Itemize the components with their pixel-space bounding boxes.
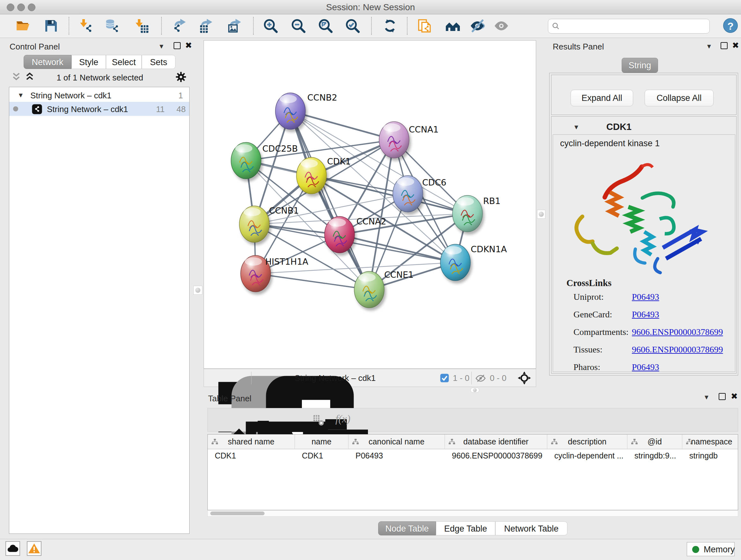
right-splitter-handle[interactable] <box>537 210 545 219</box>
crosslink-value-link[interactable]: P06493 <box>632 362 659 372</box>
column-header-description[interactable]: description <box>547 435 627 449</box>
table-panel-close-button[interactable]: ✖ <box>731 393 738 400</box>
network-node-CCNA1[interactable]: CCNA1 <box>379 122 439 158</box>
network-canvas[interactable]: CCNB2 CCNA1 CDC25B CDK1 CDC6 RB1 CCNB1 C… <box>204 40 536 369</box>
network-node-CDKN1A[interactable]: CDKN1A <box>441 244 507 281</box>
refresh-layout-button[interactable] <box>382 18 398 34</box>
crosslink-value-link[interactable]: 9606.ENSP00000378699 <box>632 345 723 355</box>
table-cell[interactable]: CDK1 <box>208 449 295 461</box>
crosslink-label: Tissues: <box>574 345 603 355</box>
network-options-gear-icon[interactable] <box>175 71 187 83</box>
tab-string[interactable]: String <box>622 58 658 73</box>
collection-expand-icon[interactable]: ▼ <box>17 91 24 99</box>
fit-content-icon[interactable] <box>517 371 531 385</box>
network-row[interactable]: String Network – cdk1 11 48 <box>9 102 189 116</box>
clone-network-button[interactable] <box>417 18 432 34</box>
import-network-from-database-button[interactable] <box>105 18 120 34</box>
open-session-button[interactable] <box>15 18 30 34</box>
cloud-status-button[interactable] <box>5 541 20 556</box>
network-node-CCNB2[interactable]: CCNB2 <box>275 92 337 129</box>
network-edge[interactable] <box>340 235 455 262</box>
network-label: String Network – cdk1 <box>47 105 128 114</box>
table-cell[interactable]: stringdb <box>682 449 738 461</box>
network-node-CCNB1[interactable]: CCNB1 <box>239 206 299 242</box>
results-panel-close-button[interactable]: ✖ <box>732 42 739 49</box>
network-selected-status: 1 of 1 Network selected <box>38 73 162 83</box>
column-header-database-identifier[interactable]: database identifier <box>445 435 547 449</box>
zoom-in-button[interactable] <box>263 18 278 34</box>
crosslink-value-link[interactable]: 9606.ENSP00000378699 <box>632 327 723 337</box>
node-label: CDKN1A <box>471 244 507 254</box>
network-node-HIST1H1A[interactable]: HIST1H1A <box>241 255 309 292</box>
column-header-shared-name[interactable]: shared name <box>208 435 295 449</box>
status-bar: Memory <box>0 539 741 560</box>
node-label: CCNB1 <box>269 206 299 215</box>
memory-button[interactable]: Memory <box>687 542 735 556</box>
zoom-selected-button[interactable] <box>345 18 360 34</box>
expand-all-networks-icon[interactable] <box>24 71 35 82</box>
control-panel-menu-icon[interactable]: ▼ <box>158 43 165 50</box>
left-splitter-handle[interactable] <box>193 286 202 295</box>
network-collection-row[interactable]: ▼ String Network – cdk1 1 <box>9 88 189 103</box>
control-panel-close-button[interactable]: ✖ <box>185 42 192 49</box>
table-cell[interactable]: cyclin-dependent ... <box>547 449 627 461</box>
table-cell[interactable]: 9606.ENSP00000378699 <box>445 449 547 461</box>
table-cell[interactable]: P06493 <box>348 449 445 461</box>
first-neighbors-button[interactable] <box>445 18 461 34</box>
import-network-from-file-button[interactable] <box>78 18 93 34</box>
node-result-collapse-icon[interactable]: ▼ <box>573 124 580 131</box>
import-table-button[interactable] <box>134 18 149 34</box>
network-edge[interactable] <box>256 273 369 290</box>
network-node-RB1[interactable]: RB1 <box>453 195 500 232</box>
export-image-button[interactable] <box>227 18 242 34</box>
title-bar: Session: New Session <box>0 0 741 14</box>
column-header--id[interactable]: @id <box>627 435 682 449</box>
crosslink-value-link[interactable]: P06493 <box>632 292 659 302</box>
export-network-button[interactable] <box>172 18 187 34</box>
string-results-container: Expand All Collapse All ▼ CDK1 cyclin-de… <box>549 73 738 375</box>
tab-sets[interactable]: Sets <box>142 55 176 69</box>
network-node-CDK1[interactable]: CDK1 <box>296 157 351 194</box>
network-graph[interactable]: CCNB2 CCNA1 CDC25B CDK1 CDC6 RB1 CCNB1 C… <box>204 41 536 368</box>
toolbar-separator <box>253 17 254 35</box>
network-node-CCNE1[interactable]: CCNE1 <box>354 270 414 308</box>
tab-edge-table[interactable]: Edge Table <box>436 521 495 536</box>
results-panel-float-button[interactable] <box>721 42 728 49</box>
tab-network[interactable]: Network <box>23 55 71 69</box>
table-toolbar: f(x) <box>207 408 738 432</box>
selected-items-checkbox[interactable] <box>440 373 450 383</box>
warning-status-button[interactable] <box>27 541 42 556</box>
expand-all-button[interactable]: Expand All <box>570 90 633 106</box>
scrollbar-thumb[interactable] <box>210 511 265 515</box>
table-cell[interactable]: stringdb:9... <box>627 449 682 461</box>
zoom-out-button[interactable] <box>291 18 306 34</box>
results-panel-menu-icon[interactable]: ▼ <box>706 43 712 50</box>
collapse-all-networks-icon[interactable] <box>11 71 22 82</box>
node-label: CCNA1 <box>409 125 439 134</box>
table-panel-float-button[interactable] <box>719 393 726 400</box>
tab-style[interactable]: Style <box>71 55 106 69</box>
control-panel-float-button[interactable] <box>174 42 181 49</box>
tab-node-table[interactable]: Node Table <box>378 521 436 536</box>
help-button[interactable]: ? <box>723 18 738 33</box>
hide-selected-button[interactable] <box>470 18 485 34</box>
results-buttons-box: Expand All Collapse All <box>551 75 737 115</box>
table-panel-menu-icon[interactable]: ▼ <box>703 394 710 401</box>
tab-select[interactable]: Select <box>106 55 142 69</box>
collapse-all-button[interactable]: Collapse All <box>645 90 714 106</box>
export-table-button[interactable] <box>198 18 213 34</box>
tab-network-table[interactable]: Network Table <box>495 521 567 536</box>
zoom-fit-button[interactable] <box>318 18 333 34</box>
search-icon <box>551 22 560 30</box>
node-result-body: cyclin-dependent kinase 1 <box>553 134 735 372</box>
collection-label: String Network – cdk1 <box>30 91 111 101</box>
network-node-CDC25B[interactable]: CDC25B <box>231 142 298 179</box>
crosslink-value-link[interactable]: P06493 <box>632 309 659 320</box>
table-cell[interactable]: CDK1 <box>295 449 348 461</box>
save-session-button[interactable] <box>44 18 59 34</box>
column-header-canonical-name[interactable]: canonical name <box>348 435 445 449</box>
column-header-namespace[interactable]: namespace <box>682 435 738 449</box>
column-header-name[interactable]: name <box>295 435 348 449</box>
search-input[interactable] <box>563 20 705 32</box>
table-horizontal-scrollbar[interactable] <box>207 510 738 516</box>
